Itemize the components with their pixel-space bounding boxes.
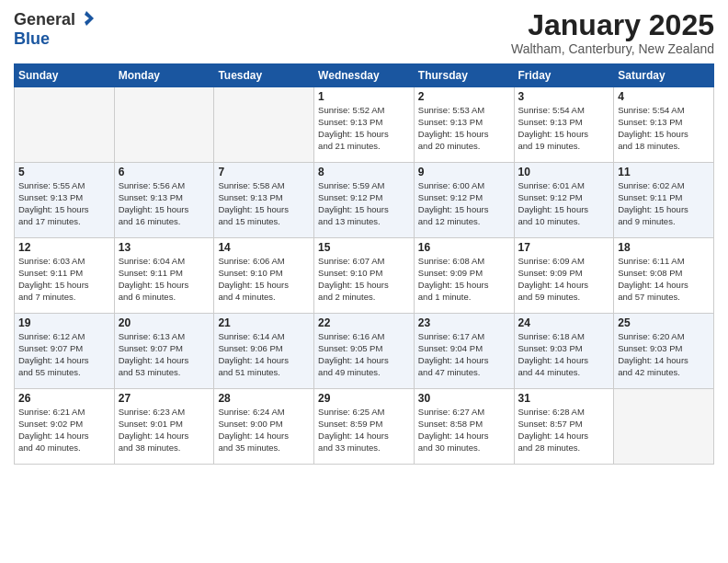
day-content: Sunrise: 6:02 AM Sunset: 9:11 PM Dayligh… [618,180,710,227]
table-row: 29Sunrise: 6:25 AM Sunset: 8:59 PM Dayli… [314,389,415,465]
table-row: 8Sunrise: 5:59 AM Sunset: 9:12 PM Daylig… [314,163,415,238]
col-thursday: Thursday [414,64,514,87]
calendar-week-row: 26Sunrise: 6:21 AM Sunset: 9:02 PM Dayli… [15,389,714,465]
table-row: 10Sunrise: 6:01 AM Sunset: 9:12 PM Dayli… [514,163,614,238]
day-content: Sunrise: 5:59 AM Sunset: 9:12 PM Dayligh… [318,180,410,227]
day-content: Sunrise: 6:21 AM Sunset: 9:02 PM Dayligh… [18,407,110,454]
day-number: 29 [318,392,410,405]
day-number: 8 [318,166,410,178]
location: Waltham, Canterbury, New Zealand [511,41,714,56]
table-row: 17Sunrise: 6:09 AM Sunset: 9:09 PM Dayli… [514,238,614,314]
calendar-week-row: 19Sunrise: 6:12 AM Sunset: 9:07 PM Dayli… [15,314,714,389]
day-content: Sunrise: 5:54 AM Sunset: 9:13 PM Dayligh… [518,105,610,152]
day-content: Sunrise: 6:08 AM Sunset: 9:09 PM Dayligh… [418,256,510,303]
day-number: 4 [618,90,710,103]
calendar-week-row: 12Sunrise: 6:03 AM Sunset: 9:11 PM Dayli… [15,238,714,314]
table-row: 23Sunrise: 6:17 AM Sunset: 9:04 PM Dayli… [414,314,514,389]
col-tuesday: Tuesday [214,64,314,87]
day-number: 11 [618,166,710,178]
table-row: 30Sunrise: 6:27 AM Sunset: 8:58 PM Dayli… [414,389,514,465]
day-number: 21 [218,316,310,329]
day-content: Sunrise: 6:14 AM Sunset: 9:06 PM Dayligh… [218,331,310,378]
table-row: 31Sunrise: 6:28 AM Sunset: 8:57 PM Dayli… [514,389,614,465]
calendar-header-row: Sunday Monday Tuesday Wednesday Thursday… [15,64,714,87]
table-row: 12Sunrise: 6:03 AM Sunset: 9:11 PM Dayli… [15,238,115,314]
day-content: Sunrise: 6:28 AM Sunset: 8:57 PM Dayligh… [518,407,610,454]
logo-blue-text: Blue [14,29,50,48]
table-row: 28Sunrise: 6:24 AM Sunset: 9:00 PM Dayli… [214,389,314,465]
day-number: 25 [618,316,710,329]
day-number: 22 [318,316,410,329]
day-number: 6 [119,166,210,178]
table-row: 14Sunrise: 6:06 AM Sunset: 9:10 PM Dayli… [214,238,314,314]
day-content: Sunrise: 5:52 AM Sunset: 9:13 PM Dayligh… [318,105,410,152]
table-row: 18Sunrise: 6:11 AM Sunset: 9:08 PM Dayli… [614,238,714,314]
day-content: Sunrise: 5:55 AM Sunset: 9:13 PM Dayligh… [18,180,110,227]
table-row: 25Sunrise: 6:20 AM Sunset: 9:03 PM Dayli… [614,314,714,389]
logo: General Blue [14,9,96,49]
day-content: Sunrise: 5:53 AM Sunset: 9:13 PM Dayligh… [418,105,510,152]
day-content: Sunrise: 6:11 AM Sunset: 9:08 PM Dayligh… [618,256,710,303]
day-content: Sunrise: 6:12 AM Sunset: 9:07 PM Dayligh… [18,331,110,378]
day-number: 2 [418,90,510,103]
day-content: Sunrise: 6:23 AM Sunset: 9:01 PM Dayligh… [119,407,210,454]
table-row: 27Sunrise: 6:23 AM Sunset: 9:01 PM Dayli… [114,389,214,465]
calendar-week-row: 5Sunrise: 5:55 AM Sunset: 9:13 PM Daylig… [15,163,714,238]
table-row: 19Sunrise: 6:12 AM Sunset: 9:07 PM Dayli… [15,314,115,389]
col-monday: Monday [114,64,214,87]
day-number: 20 [119,316,210,329]
day-content: Sunrise: 6:16 AM Sunset: 9:05 PM Dayligh… [318,331,410,378]
day-number: 7 [218,166,310,178]
table-row [614,389,714,465]
table-row: 7Sunrise: 5:58 AM Sunset: 9:13 PM Daylig… [214,163,314,238]
day-content: Sunrise: 6:13 AM Sunset: 9:07 PM Dayligh… [119,331,210,378]
day-content: Sunrise: 6:07 AM Sunset: 9:10 PM Dayligh… [318,256,410,303]
day-number: 15 [318,241,410,254]
page: General Blue January 2025 Waltham, Cante… [0,0,728,563]
day-number: 1 [318,90,410,103]
day-content: Sunrise: 6:25 AM Sunset: 8:59 PM Dayligh… [318,407,410,454]
table-row: 6Sunrise: 5:56 AM Sunset: 9:13 PM Daylig… [114,163,214,238]
table-row [15,87,115,163]
col-saturday: Saturday [614,64,714,87]
logo-icon [77,9,96,28]
day-content: Sunrise: 6:01 AM Sunset: 9:12 PM Dayligh… [518,180,610,227]
table-row: 16Sunrise: 6:08 AM Sunset: 9:09 PM Dayli… [414,238,514,314]
table-row: 9Sunrise: 6:00 AM Sunset: 9:12 PM Daylig… [414,163,514,238]
table-row: 4Sunrise: 5:54 AM Sunset: 9:13 PM Daylig… [614,87,714,163]
day-number: 27 [119,392,210,405]
day-number: 10 [518,166,610,178]
day-number: 16 [418,241,510,254]
header: General Blue January 2025 Waltham, Cante… [14,9,714,56]
day-number: 13 [119,241,210,254]
calendar: Sunday Monday Tuesday Wednesday Thursday… [14,63,714,465]
day-content: Sunrise: 6:03 AM Sunset: 9:11 PM Dayligh… [18,256,110,303]
table-row: 15Sunrise: 6:07 AM Sunset: 9:10 PM Dayli… [314,238,415,314]
table-row: 24Sunrise: 6:18 AM Sunset: 9:03 PM Dayli… [514,314,614,389]
day-number: 3 [518,90,610,103]
table-row: 26Sunrise: 6:21 AM Sunset: 9:02 PM Dayli… [15,389,115,465]
day-content: Sunrise: 5:58 AM Sunset: 9:13 PM Dayligh… [218,180,310,227]
day-number: 12 [18,241,110,254]
day-content: Sunrise: 6:09 AM Sunset: 9:09 PM Dayligh… [518,256,610,303]
month-title: January 2025 [511,9,714,41]
col-wednesday: Wednesday [314,64,415,87]
day-number: 26 [18,392,110,405]
day-content: Sunrise: 5:56 AM Sunset: 9:13 PM Dayligh… [119,180,210,227]
day-number: 18 [618,241,710,254]
title-block: January 2025 Waltham, Canterbury, New Ze… [511,9,714,56]
day-number: 9 [418,166,510,178]
table-row: 22Sunrise: 6:16 AM Sunset: 9:05 PM Dayli… [314,314,415,389]
day-number: 30 [418,392,510,405]
day-content: Sunrise: 6:24 AM Sunset: 9:00 PM Dayligh… [218,407,310,454]
table-row: 3Sunrise: 5:54 AM Sunset: 9:13 PM Daylig… [514,87,614,163]
table-row: 13Sunrise: 6:04 AM Sunset: 9:11 PM Dayli… [114,238,214,314]
table-row: 11Sunrise: 6:02 AM Sunset: 9:11 PM Dayli… [614,163,714,238]
table-row [114,87,214,163]
table-row [214,87,314,163]
day-number: 14 [218,241,310,254]
logo-general-text: General [14,10,75,29]
day-number: 31 [518,392,610,405]
day-number: 5 [18,166,110,178]
day-number: 24 [518,316,610,329]
